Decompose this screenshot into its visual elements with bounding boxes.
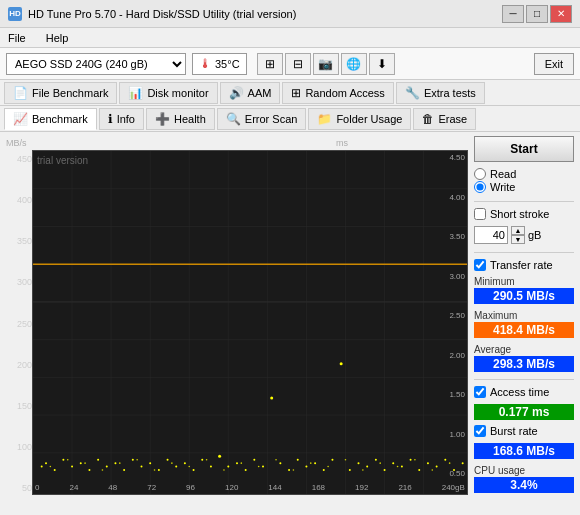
toolbar-btn-4[interactable]: 🌐 [341,53,367,75]
svg-point-45 [262,466,264,468]
toolbar: AEGO SSD 240G (240 gB) 🌡 35°C ⊞ ⊟ 📷 🌐 ⬇ … [0,48,580,80]
transfer-rate-checkbox[interactable] [474,259,486,271]
svg-point-83 [293,469,295,471]
tab-extra-tests[interactable]: 🔧 Extra tests [396,82,485,104]
toolbar-icons: ⊞ ⊟ 📷 🌐 ⬇ [257,53,395,75]
device-select[interactable]: AEGO SSD 240G (240 gB) [6,53,186,75]
svg-point-74 [136,459,138,461]
spin-input[interactable] [474,226,508,244]
x-axis-labels: 0 24 48 72 96 120 144 168 192 216 240gB [33,483,467,492]
read-radio[interactable] [474,168,486,180]
svg-point-35 [175,466,177,468]
tab-random-access[interactable]: ⊞ Random Access [282,82,393,104]
svg-point-65 [436,466,438,468]
burst-rate-checkbox[interactable] [474,425,486,437]
window-controls[interactable]: ─ □ ✕ [502,5,572,23]
svg-point-87 [362,469,364,471]
y-axis-mbs-label: MB/s [6,138,27,148]
svg-point-58 [375,459,377,461]
menu-help[interactable]: Help [42,31,73,45]
svg-point-50 [305,466,307,468]
svg-point-33 [158,469,160,471]
svg-point-78 [206,459,208,461]
svg-point-72 [102,469,104,471]
burst-rate-label[interactable]: Burst rate [474,425,574,437]
average-block: Average 298.3 MB/s [474,344,574,372]
menu-file[interactable]: File [4,31,30,45]
transfer-rate-label[interactable]: Transfer rate [474,259,574,271]
x-216: 216 [398,483,411,492]
maximum-block: Maximum 418.4 MB/s [474,310,574,338]
read-radio-label[interactable]: Read [474,168,574,180]
tab-benchmark[interactable]: 📈 Benchmark [4,108,97,130]
tab-folder-usage[interactable]: 📁 Folder Usage [308,108,411,130]
svg-point-25 [88,469,90,471]
start-button[interactable]: Start [474,136,574,162]
access-time-checkbox[interactable] [474,386,486,398]
y-right-100: 1.00 [449,430,465,439]
svg-point-79 [223,469,225,471]
thermometer-icon: 🌡 [199,56,212,71]
write-radio[interactable] [474,181,486,193]
toolbar-btn-2[interactable]: ⊟ [285,53,311,75]
svg-point-40 [218,455,221,458]
minimum-label: Minimum [474,276,574,287]
svg-point-22 [62,459,64,461]
tab-health[interactable]: ➕ Health [146,108,215,130]
minimize-button[interactable]: ─ [502,5,524,23]
spin-up-button[interactable]: ▲ [511,226,525,235]
short-stroke-checkbox[interactable] [474,208,486,220]
maximize-button[interactable]: □ [526,5,548,23]
access-time-label[interactable]: Access time [474,386,574,398]
tab-erase[interactable]: 🗑 Erase [413,108,476,130]
tab-error-scan[interactable]: 🔍 Error Scan [217,108,307,130]
svg-point-90 [414,459,416,461]
maximum-label: Maximum [474,310,574,321]
svg-point-89 [397,466,399,468]
y-left-200: 200 [4,360,32,370]
write-label: Write [490,181,515,193]
exit-button[interactable]: Exit [534,53,574,75]
y-right-350: 3.50 [449,232,465,241]
x-24: 24 [69,483,78,492]
svg-point-21 [54,469,56,471]
x-144: 144 [268,483,281,492]
svg-point-57 [366,466,368,468]
write-radio-label[interactable]: Write [474,181,574,193]
short-stroke-text: Short stroke [490,208,549,220]
toolbar-btn-3[interactable]: 📷 [313,53,339,75]
tab-file-benchmark[interactable]: 📄 File Benchmark [4,82,117,104]
svg-point-86 [345,459,347,461]
burst-rate-block: 168.6 MB/s [474,442,574,459]
x-240: 240gB [442,483,465,492]
svg-point-39 [210,466,212,468]
spin-down-button[interactable]: ▼ [511,235,525,244]
tab-info[interactable]: ℹ Info [99,108,144,130]
x-168: 168 [312,483,325,492]
toolbar-btn-1[interactable]: ⊞ [257,53,283,75]
svg-point-30 [132,459,134,461]
svg-point-77 [188,466,190,468]
burst-rate-text: Burst rate [490,425,538,437]
disk-monitor-icon: 📊 [128,86,143,100]
svg-point-27 [106,466,108,468]
y-right-050: 0.50 [449,469,465,478]
spin-row: ▲ ▼ gB [474,226,574,244]
short-stroke-label[interactable]: Short stroke [474,208,574,220]
read-write-group: Read Write [474,168,574,193]
toolbar-btn-5[interactable]: ⬇ [369,53,395,75]
close-button[interactable]: ✕ [550,5,572,23]
svg-point-62 [410,459,412,461]
tab-error-scan-label: Error Scan [245,113,298,125]
minimum-value: 290.5 MB/s [474,288,574,304]
transfer-rate-text: Transfer rate [490,259,553,271]
tab-aam[interactable]: 🔊 AAM [220,82,281,104]
tab-random-access-label: Random Access [305,87,384,99]
y-right-400: 4.00 [449,193,465,202]
read-label: Read [490,168,516,180]
tab-disk-monitor[interactable]: 📊 Disk monitor [119,82,217,104]
svg-point-37 [193,469,195,471]
svg-point-69 [50,466,52,468]
access-time-block: 0.177 ms [474,403,574,420]
x-72: 72 [147,483,156,492]
